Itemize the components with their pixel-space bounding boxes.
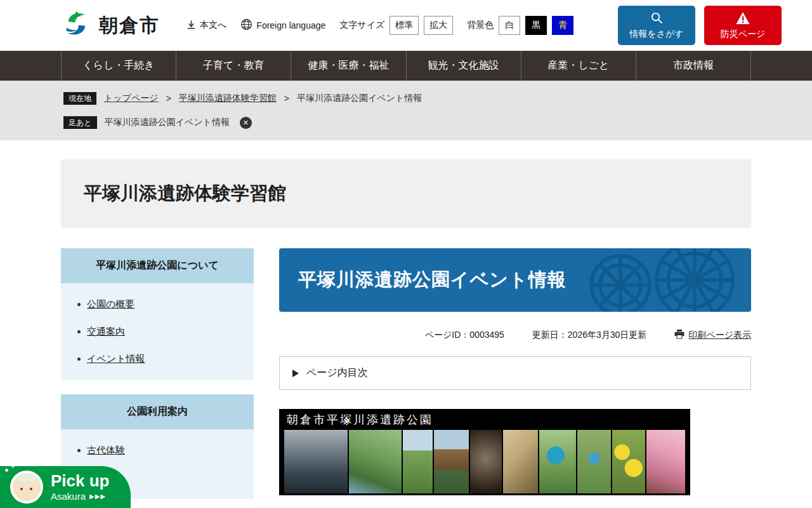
footprint-item: 平塚川添遺跡公園イベント情報 xyxy=(105,117,230,128)
bg-color-group: 背景色 白 黒 青 xyxy=(467,16,573,35)
bg-blue-button[interactable]: 青 xyxy=(552,16,573,35)
article-title: 平塚川添遺跡公園イベント情報 xyxy=(298,267,566,293)
breadcrumb: 現在地 トップページ > 平塚川添遺跡体験学習館 > 平塚川添遺跡公園イベント情… xyxy=(63,91,812,106)
skip-to-content-link[interactable]: 本文へ xyxy=(187,20,226,32)
search-button[interactable]: 情報をさがす xyxy=(618,6,695,45)
print-page-link[interactable]: 印刷ページ表示 xyxy=(674,330,751,341)
font-size-group: 文字サイズ 標準 拡大 xyxy=(339,16,453,35)
photo-cherry-blossoms xyxy=(646,430,685,493)
nav-item-shisei[interactable]: 市政情報 xyxy=(636,51,751,81)
photo-field xyxy=(403,430,433,493)
site-header: 朝倉市 本文へ Foreign language 文字サイズ 標準 xyxy=(0,0,812,51)
main-navigation: くらし・手続き 子育て・教育 健康・医療・福祉 観光・文化施設 産業・しごと 市… xyxy=(0,51,812,81)
bg-white-button[interactable]: 白 xyxy=(499,16,520,35)
footprint-badge: 足あと xyxy=(63,116,97,129)
breadcrumb-separator: > xyxy=(284,93,289,104)
page-title: 平塚川添遺跡体験学習館 xyxy=(84,181,286,206)
updated-date: 更新日：2026年3月30日更新 xyxy=(532,330,647,341)
bullet-icon xyxy=(77,449,81,452)
breadcrumb-current: 平塚川添遺跡公園イベント情報 xyxy=(297,93,422,104)
bg-color-label: 背景色 xyxy=(467,20,494,31)
asakura-logo-icon xyxy=(61,10,93,41)
photo-artifact-box xyxy=(503,430,538,493)
breadcrumb-link-facility[interactable]: 平塚川添遺跡体験学習館 xyxy=(179,93,277,104)
breadcrumb-area: 現在地 トップページ > 平塚川添遺跡体験学習館 > 平塚川添遺跡公園イベント情… xyxy=(0,81,812,140)
bg-black-button[interactable]: 黒 xyxy=(525,16,547,35)
bullet-icon xyxy=(77,330,81,333)
site-name: 朝倉市 xyxy=(99,13,160,39)
article: 平塚川添遺跡公園イベント情報 ページID：0003495 更新日：2026年3月… xyxy=(279,248,751,495)
breadcrumb-separator: > xyxy=(166,93,171,104)
triangle-right-icon xyxy=(292,370,299,377)
breadcrumb-link-home[interactable]: トップページ xyxy=(104,93,159,104)
page-toc-toggle[interactable]: ページ内目次 xyxy=(279,356,751,390)
font-size-standard-button[interactable]: 標準 xyxy=(390,16,419,35)
sidebar-item-ancient-experience[interactable]: 古代体験 xyxy=(77,444,241,457)
globe-icon xyxy=(240,18,252,32)
sidebar-section-about: 平塚川添遺跡公園について 公園の概要 交通案内 イベント情報 xyxy=(61,248,254,380)
page-id: ページID：0003495 xyxy=(425,330,504,341)
section-title-band: 平塚川添遺跡体験学習館 xyxy=(61,159,751,228)
sidebar-section-title: 平塚川添遺跡公園について xyxy=(61,248,254,283)
photo-dragonfly xyxy=(577,430,611,493)
font-size-large-button[interactable]: 拡大 xyxy=(424,16,453,35)
header-utilities: 本文へ Foreign language 文字サイズ 標準 拡大 背景色 白 黒… xyxy=(187,16,573,35)
sidebar-item-access[interactable]: 交通案内 xyxy=(77,326,241,338)
font-size-label: 文字サイズ xyxy=(339,20,384,31)
hero-caption: 朝倉市平塚川添遺跡公園 xyxy=(287,412,685,427)
footprint-row: 足あと 平塚川添遺跡公園イベント情報 ✕ xyxy=(63,115,812,130)
article-title-banner: 平塚川添遺跡公園イベント情報 xyxy=(279,248,751,312)
mascot-avatar xyxy=(10,471,43,504)
photo-aerial-view xyxy=(349,430,402,493)
photo-entrance xyxy=(284,430,348,493)
sidebar-item-overview[interactable]: 公園の概要 xyxy=(77,298,241,311)
photo-yellow-flowers xyxy=(612,430,646,493)
nav-item-kurashi[interactable]: くらし・手続き xyxy=(61,51,176,81)
sidebar-section-title: 公園利用案内 xyxy=(61,394,254,429)
bullet-icon xyxy=(77,358,81,361)
search-icon xyxy=(650,11,664,27)
arrows-icon: ▶▶▶ xyxy=(89,493,106,500)
photo-building xyxy=(434,430,469,493)
bullet-icon xyxy=(77,303,81,306)
nav-item-kankou[interactable]: 観光・文化施設 xyxy=(406,51,521,81)
warning-icon xyxy=(735,11,750,27)
mascot-face-icon xyxy=(13,473,41,501)
dots-decoration xyxy=(5,460,8,463)
pickup-text: Pick up Asakura ▶▶▶ xyxy=(51,472,109,501)
printer-icon xyxy=(674,330,684,341)
sidebar-item-events[interactable]: イベント情報 xyxy=(77,353,241,365)
foreign-language-link[interactable]: Foreign language xyxy=(240,18,325,32)
main-content: 平塚川添遺跡公園について 公園の概要 交通案内 イベント情報 公園利用案内 xyxy=(61,248,751,508)
down-arrow-icon xyxy=(187,20,196,32)
pickup-asakura-button[interactable]: Pick up Asakura ▶▶▶ xyxy=(0,466,131,508)
close-icon[interactable]: ✕ xyxy=(240,117,252,129)
photo-strip xyxy=(284,430,685,493)
emergency-page-button[interactable]: 防災ページ xyxy=(704,6,782,45)
nav-item-kenkou[interactable]: 健康・医療・福祉 xyxy=(291,51,405,81)
photo-artifact xyxy=(470,430,502,493)
site-logo[interactable]: 朝倉市 xyxy=(61,10,160,41)
nav-item-kosodate[interactable]: 子育て・教育 xyxy=(176,51,291,81)
nav-item-sangyou[interactable]: 産業・しごと xyxy=(521,51,636,81)
article-meta: ページID：0003495 更新日：2026年3月30日更新 印刷ページ表示 xyxy=(279,330,751,341)
photo-kingfisher xyxy=(539,430,576,493)
location-badge: 現在地 xyxy=(63,92,96,105)
waterwheel-icon xyxy=(552,248,751,312)
park-hero-image: 朝倉市平塚川添遺跡公園 xyxy=(279,409,690,495)
header-actions: 情報をさがす 防災ページ xyxy=(618,6,782,45)
